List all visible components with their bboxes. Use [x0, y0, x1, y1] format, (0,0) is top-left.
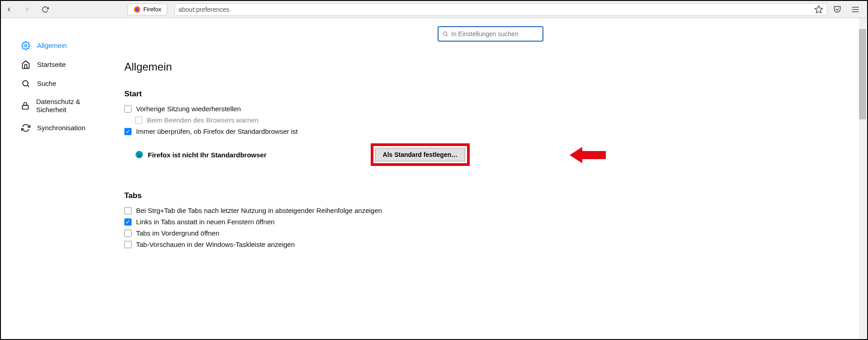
svg-line-11 — [447, 35, 448, 37]
sidebar-item-general[interactable]: Allgemein — [21, 36, 103, 55]
page-title: Allgemein — [124, 61, 867, 73]
checkbox[interactable] — [124, 230, 132, 237]
sidebar-item-sync[interactable]: Synchronisation — [21, 118, 103, 137]
svg-point-7 — [23, 80, 28, 86]
checkbox-row-taskbar-preview[interactable]: Tab-Vorschauen in der Windows-Taskleiste… — [124, 241, 867, 248]
checkbox-label: Beim Beenden des Browsers warnen — [147, 116, 259, 124]
checkbox-label: Tab-Vorschauen in der Windows-Taskleiste… — [136, 241, 295, 248]
svg-rect-9 — [22, 105, 28, 109]
section-heading-start: Start — [124, 90, 867, 99]
sidebar-item-privacy[interactable]: Datenschutz & Sicherheit — [21, 93, 103, 118]
checkbox-row-foreground[interactable]: Tabs im Vordergrund öffnen — [124, 229, 867, 237]
default-browser-message: Firefox ist nicht Ihr Standardbrowser — [148, 151, 267, 159]
preferences-sidebar: Allgemein Startseite Suche Datenschutz &… — [1, 18, 103, 339]
section-heading-tabs: Tabs — [124, 191, 867, 200]
annotation-arrow — [570, 145, 606, 167]
sad-face-icon — [135, 151, 143, 159]
home-icon — [21, 60, 31, 70]
bookmark-star-icon[interactable] — [814, 5, 823, 14]
set-default-button[interactable]: Als Standard festlegen… — [375, 148, 466, 161]
checkbox — [135, 117, 142, 124]
forward-button[interactable] — [23, 5, 32, 14]
sidebar-item-label: Allgemein — [37, 42, 67, 50]
pocket-icon[interactable] — [833, 5, 842, 14]
reload-button[interactable] — [41, 5, 50, 14]
checkbox-row-restore-session[interactable]: Vorherige Sitzung wiederherstellen — [124, 105, 867, 113]
preferences-content: Allgemein Start Vorherige Sitzung wieder… — [103, 18, 867, 339]
browser-toolbar: Firefox about:preferences — [1, 1, 867, 18]
scrollbar-thumb[interactable] — [859, 29, 866, 119]
highlight-box: Als Standard festlegen… — [371, 143, 470, 166]
search-icon — [21, 79, 31, 89]
checkbox-row-warn-quit: Beim Beenden des Browsers warnen — [135, 116, 867, 124]
gear-icon — [21, 41, 31, 51]
checkbox[interactable] — [124, 218, 132, 226]
checkbox-label: Tabs im Vordergrund öffnen — [136, 229, 219, 237]
checkbox-row-always-check[interactable]: Immer überprüfen, ob Firefox der Standar… — [124, 128, 867, 135]
default-browser-row: Firefox ist nicht Ihr Standardbrowser Al… — [135, 143, 867, 166]
checkbox[interactable] — [124, 128, 132, 135]
svg-point-6 — [25, 45, 27, 47]
svg-point-13 — [137, 154, 138, 155]
checkbox[interactable] — [124, 241, 132, 248]
nav-buttons — [5, 5, 50, 14]
preferences-search-input[interactable] — [451, 30, 539, 38]
svg-line-8 — [28, 85, 29, 87]
svg-point-12 — [136, 151, 143, 159]
hamburger-menu-icon[interactable] — [851, 5, 860, 14]
sidebar-item-label: Synchronisation — [37, 124, 85, 132]
sidebar-item-home[interactable]: Startseite — [21, 55, 103, 74]
sidebar-item-label: Startseite — [37, 61, 66, 69]
preferences-search-box[interactable] — [438, 26, 543, 42]
checkbox-label: Vorherige Sitzung wiederherstellen — [136, 105, 241, 113]
tab-label: Firefox — [143, 6, 161, 13]
checkbox-row-links-tabs[interactable]: Links in Tabs anstatt in neuen Fenstern … — [124, 218, 867, 226]
svg-point-10 — [443, 32, 447, 35]
sidebar-item-label: Datenschutz & Sicherheit — [36, 98, 103, 114]
toolbar-right-icons — [833, 5, 863, 14]
back-button[interactable] — [5, 5, 14, 14]
svg-marker-15 — [570, 147, 606, 163]
checkbox-label: Bei Strg+Tab die Tabs nach letzter Nutzu… — [136, 207, 382, 214]
preferences-main: Allgemein Startseite Suche Datenschutz &… — [1, 18, 867, 339]
search-wrap — [326, 26, 656, 42]
checkbox-label: Links in Tabs anstatt in neuen Fenstern … — [136, 218, 274, 226]
sync-icon — [21, 123, 31, 133]
checkbox[interactable] — [124, 105, 132, 113]
url-bar[interactable]: about:preferences — [175, 3, 827, 16]
checkbox-label: Immer überprüfen, ob Firefox der Standar… — [136, 128, 298, 135]
sidebar-item-search[interactable]: Suche — [21, 74, 103, 93]
svg-point-14 — [140, 154, 141, 155]
sidebar-item-label: Suche — [37, 80, 57, 88]
firefox-logo-icon — [133, 6, 141, 13]
search-icon — [442, 31, 448, 37]
lock-icon — [21, 101, 30, 111]
browser-tab[interactable]: Firefox — [127, 4, 167, 15]
checkbox-row-ctrl-tab[interactable]: Bei Strg+Tab die Tabs nach letzter Nutzu… — [124, 207, 867, 214]
svg-marker-2 — [815, 5, 823, 13]
checkbox[interactable] — [124, 207, 132, 214]
tabs-section: Tabs Bei Strg+Tab die Tabs nach letzter … — [124, 191, 867, 248]
url-text: about:preferences — [179, 6, 814, 13]
